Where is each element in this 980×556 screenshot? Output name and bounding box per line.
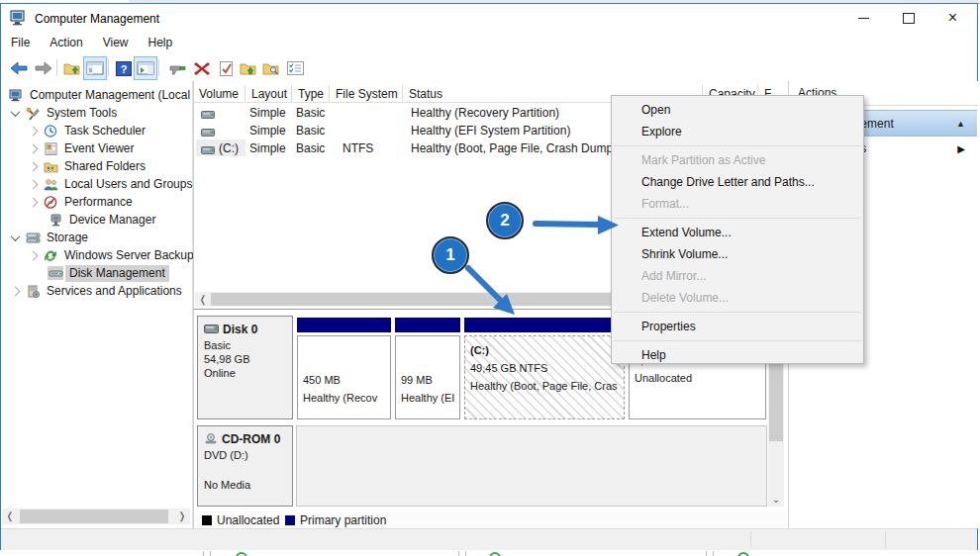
- chevron-expanded-icon[interactable]: [11, 232, 21, 241]
- chevron-collapsed-icon[interactable]: [29, 143, 39, 153]
- sidebar-item-event-viewer[interactable]: Event Viewer: [30, 139, 138, 157]
- verify-button[interactable]: [214, 56, 238, 80]
- column-header-volume[interactable]: Volume: [194, 85, 245, 103]
- close-button[interactable]: ×: [931, 4, 975, 32]
- menu-item-explore[interactable]: Explore: [612, 121, 863, 142]
- legend-primary-label: Primary partition: [300, 513, 386, 527]
- shared-folder-icon: [43, 159, 58, 173]
- delete-icon: [194, 61, 210, 75]
- sidebar-item-services-and-applications[interactable]: Services and Applications: [12, 282, 186, 300]
- sidebar-item-device-manager[interactable]: Device Manager: [48, 211, 159, 229]
- menu-item-help[interactable]: Help: [612, 344, 863, 366]
- collapse-arrow-icon[interactable]: ▲: [956, 119, 965, 129]
- backup-icon: [43, 248, 58, 262]
- sidebar-hscroll-thumb[interactable]: [20, 510, 168, 523]
- column-header-type[interactable]: Type: [293, 85, 330, 103]
- menu-item-open[interactable]: Open: [612, 99, 863, 121]
- up-level-folder-icon: [63, 61, 81, 75]
- forward-button[interactable]: [32, 56, 55, 80]
- maximize-button[interactable]: [886, 4, 931, 32]
- chevron-collapsed-icon[interactable]: [29, 126, 39, 136]
- cdrom-name: CD-ROM 0: [222, 432, 280, 446]
- chevron-collapsed-icon[interactable]: [29, 250, 39, 260]
- disk-management-icon: [48, 266, 63, 280]
- menu-item-extend-volume[interactable]: Extend Volume...: [612, 222, 863, 243]
- partition3-c-drive[interactable]: (C:) 49,45 GB NTFS Healthy (Boot, Page F…: [464, 335, 625, 419]
- volume-row-type: Basic: [296, 106, 332, 120]
- open-folder-icon: [240, 61, 257, 75]
- sidebar-item-windows-server-backup[interactable]: Windows Server Backup: [30, 246, 198, 264]
- view-options-button[interactable]: [283, 56, 307, 80]
- statusbar-grip: [750, 531, 751, 548]
- disk-pane-vscroll-thumb[interactable]: [769, 364, 783, 441]
- volume-row-type: Basic: [296, 124, 332, 138]
- menu-item-change-drive-letter[interactable]: Change Drive Letter and Paths...: [612, 171, 863, 193]
- menu-action[interactable]: Action: [40, 33, 92, 52]
- explore-folder-button[interactable]: [259, 56, 283, 80]
- sidebar-item-label: Device Manager: [65, 212, 159, 229]
- menu-help[interactable]: Help: [139, 33, 183, 52]
- background-divider: [203, 551, 204, 556]
- scroll-down-icon[interactable]: ⌄: [769, 493, 783, 507]
- app-icon: [10, 10, 27, 29]
- show-console-tree-button[interactable]: [83, 56, 107, 80]
- cdrom-drive: DVD (D:): [204, 449, 286, 461]
- volume-row-type: Basic: [296, 141, 332, 155]
- sidebar-item-shared-folders[interactable]: Shared Folders: [30, 157, 149, 175]
- scroll-right-icon[interactable]: ❭: [176, 510, 188, 523]
- partition2-efi[interactable]: 99 MB Healthy (EI: [395, 335, 460, 419]
- sidebar-hscrollbar[interactable]: ❬ ❭: [2, 509, 190, 524]
- cdrom-header[interactable]: CD-ROM 0 DVD (D:) No Media: [197, 425, 293, 507]
- menu-view[interactable]: View: [93, 33, 139, 52]
- sidebar-item-computer-management[interactable]: Computer Management (Local: [8, 86, 194, 104]
- sidebar-item-system-tools[interactable]: System Tools: [12, 104, 121, 122]
- callout-badge-2: 2: [486, 202, 524, 239]
- sidebar-item-disk-management[interactable]: Disk Management: [48, 264, 169, 282]
- toolbar-separator: [158, 59, 159, 76]
- sidebar-item-task-scheduler[interactable]: Task Scheduler: [30, 122, 149, 139]
- chevron-expanded-icon[interactable]: [11, 107, 21, 117]
- services-icon: [25, 284, 41, 298]
- menu-item-add-mirror: Add Mirror...: [612, 265, 863, 287]
- help-icon: ?: [116, 61, 132, 76]
- unallocated-swatch-icon: [202, 515, 212, 525]
- disk0-header[interactable]: Disk 0 Basic 54,98 GB Online: [197, 316, 293, 419]
- storage-icon: [25, 231, 41, 244]
- cdrom-icon: [204, 433, 218, 446]
- statusbar-grip: [885, 531, 886, 548]
- disk0-name: Disk 0: [223, 323, 257, 336]
- back-button[interactable]: [7, 56, 31, 80]
- volume-row-name[interactable]: (C:): [219, 141, 246, 155]
- column-header-layout[interactable]: Layout: [246, 85, 292, 103]
- sidebar-item-performance[interactable]: Performance: [30, 193, 137, 211]
- menu-item-properties[interactable]: Properties: [612, 316, 863, 337]
- device-manager-icon: [48, 213, 63, 227]
- menu-item-shrink-volume[interactable]: Shrink Volume...: [612, 243, 863, 265]
- menu-file[interactable]: File: [1, 33, 40, 52]
- disk-icon: [204, 324, 219, 335]
- menu-item-delete-volume: Delete Volume...: [612, 287, 863, 309]
- minimize-button[interactable]: [841, 4, 886, 32]
- chevron-collapsed-icon[interactable]: [29, 179, 39, 189]
- chevron-collapsed-icon[interactable]: [11, 286, 21, 296]
- sidebar-item-storage[interactable]: Storage: [12, 229, 92, 246]
- scroll-left-icon[interactable]: ❬: [197, 292, 209, 307]
- back-icon: [10, 61, 28, 75]
- console-tool-button[interactable]: [165, 56, 189, 80]
- delete-button[interactable]: [190, 56, 214, 80]
- column-header-file-system[interactable]: File System: [331, 85, 403, 103]
- sidebar-item-label: System Tools: [43, 105, 121, 122]
- legend-bar: Unallocated Primary partition: [195, 510, 785, 528]
- sidebar-item-local-users-and-groups[interactable]: Local Users and Groups: [30, 175, 196, 193]
- sidebar-item-label: Performance: [60, 194, 137, 211]
- up-level-button[interactable]: [60, 56, 84, 80]
- chevron-collapsed-icon[interactable]: [29, 161, 39, 171]
- scroll-left-icon[interactable]: ❬: [4, 510, 16, 523]
- help-button[interactable]: ?: [112, 56, 136, 80]
- partition1-recovery[interactable]: 450 MB Healthy (Recov: [297, 335, 391, 419]
- menu-separator: [614, 218, 861, 219]
- open-folder-button[interactable]: [237, 56, 260, 80]
- show-action-pane-button[interactable]: [134, 56, 157, 80]
- background-divider: [210, 551, 211, 556]
- chevron-collapsed-icon[interactable]: [29, 197, 39, 207]
